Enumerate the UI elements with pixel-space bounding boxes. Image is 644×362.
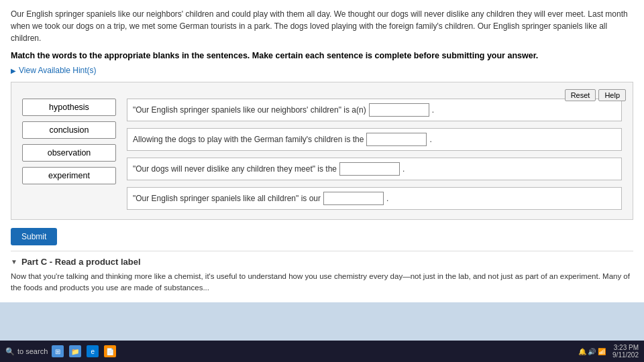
sentence-4-before: "Our English springer spaniels like all … — [133, 194, 321, 203]
sentence-1-after: . — [432, 105, 434, 115]
part-c-header[interactable]: ▼ Part C - Read a product label — [11, 257, 633, 267]
sentence-row-3: "Our dogs will never dislike any childre… — [127, 158, 622, 180]
taskbar-icons: ⊞ 📁 e 📄 — [52, 345, 116, 357]
sentence-row-4: "Our English springer spaniels like all … — [127, 187, 622, 210]
exercise-box: Reset Help hypothesis conclusion observa… — [11, 82, 633, 220]
hint-arrow-icon: ▶ — [11, 67, 16, 74]
clock-date: 9/11/202 — [612, 351, 639, 359]
reset-button[interactable]: Reset — [565, 89, 596, 101]
sentence-2-after: . — [429, 135, 431, 144]
word-bank: hypothesis conclusion observation experi… — [22, 99, 116, 210]
sentences-area: "Our English springer spaniels like our … — [127, 99, 622, 210]
answer-blank-2[interactable] — [366, 133, 427, 146]
sentence-3-after: . — [402, 164, 405, 174]
word-hypothesis[interactable]: hypothesis — [22, 99, 116, 116]
help-button[interactable]: Help — [598, 89, 626, 101]
time-display: 3:23 PM 9/11/202 — [612, 344, 639, 359]
intro-paragraph: Our English springer spaniels like our n… — [11, 8, 633, 44]
sentence-row-1: "Our English springer spaniels like our … — [127, 99, 622, 121]
answer-blank-4[interactable] — [323, 192, 384, 205]
taskbar-right: 🔔 🔊 📶 3:23 PM 9/11/202 — [578, 344, 639, 359]
word-experiment[interactable]: experiment — [22, 167, 116, 184]
edge-icon[interactable]: e — [87, 345, 99, 357]
word-observation[interactable]: observation — [22, 144, 116, 162]
answer-blank-3[interactable] — [339, 162, 400, 176]
windows-icon[interactable]: ⊞ — [52, 345, 64, 357]
taskbar: 🔍 to search ⊞ 📁 e 📄 🔔 🔊 📶 3:23 PM 9/11/2… — [0, 341, 644, 362]
main-content: Our English springer spaniels like our n… — [0, 0, 644, 302]
sentence-4-after: . — [386, 194, 388, 203]
clock-time: 3:23 PM — [612, 344, 639, 351]
part-c-text: Now that you're talking and thinking mor… — [11, 271, 633, 294]
instruction-text: Match the words to the appropriate blank… — [11, 51, 633, 60]
hint-label: View Available Hint(s) — [19, 66, 97, 75]
part-c-section: ▼ Part C - Read a product label Now that… — [11, 251, 633, 294]
sentence-row-2: Allowing the dogs to play with the Germa… — [127, 128, 622, 151]
exercise-inner: hypothesis conclusion observation experi… — [22, 99, 622, 210]
sentence-1-before: "Our English springer spaniels like our … — [133, 105, 366, 115]
search-label: to search — [17, 347, 48, 355]
top-buttons: Reset Help — [565, 89, 626, 101]
system-icons: 🔔 🔊 📶 — [578, 348, 606, 355]
sentence-3-before: "Our dogs will never dislike any childre… — [133, 164, 337, 174]
answer-blank-1[interactable] — [369, 103, 429, 117]
submit-button[interactable]: Submit — [11, 228, 57, 245]
taskbar-search[interactable]: 🔍 to search — [5, 347, 48, 356]
part-c-arrow-icon: ▼ — [11, 258, 17, 265]
taskbar-left: 🔍 to search ⊞ 📁 e 📄 — [5, 345, 116, 357]
word-conclusion[interactable]: conclusion — [22, 121, 116, 139]
search-icon: 🔍 — [5, 347, 15, 356]
sentence-2-before: Allowing the dogs to play with the Germa… — [133, 135, 364, 144]
part-c-title: Part C - Read a product label — [21, 257, 141, 267]
hint-link[interactable]: ▶ View Available Hint(s) — [11, 66, 633, 75]
file-explorer-icon[interactable]: 📁 — [69, 345, 81, 357]
taskbar-app-icon[interactable]: 📄 — [104, 345, 116, 357]
